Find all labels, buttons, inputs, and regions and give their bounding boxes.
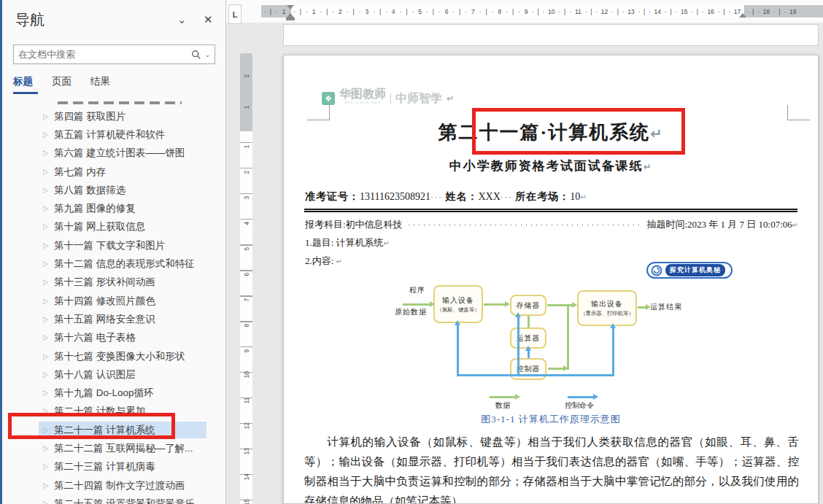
ruler-cm-number: 12 (243, 420, 250, 430)
sidebar-item-12[interactable]: ▷第十五篇 网络安全意识 (2, 310, 225, 328)
ruler-cm-number: 1 (243, 100, 250, 109)
sidebar-item-19[interactable]: ▷第二十二篇 互联网揭秘—了解... (2, 439, 225, 457)
ruler-cm-cell: ·|·16 (689, 5, 716, 18)
chevron-right-icon[interactable]: ▷ (43, 149, 48, 158)
chevron-right-icon[interactable]: ▷ (43, 315, 48, 324)
page-subtitle: 中小学教师资格考试面试备课纸↵ (284, 158, 818, 174)
sidebar-item-label: 第六篇 建立统计图表——饼图 (54, 147, 185, 160)
ruler-cm-number: 2 (243, 165, 250, 174)
chevron-right-icon[interactable]: ▷ (43, 500, 48, 504)
double-rule-divider (304, 209, 797, 212)
data-arrow (403, 303, 430, 306)
chevron-right-icon[interactable]: ▷ (43, 260, 48, 268)
sidebar-item-1[interactable]: ▷第四篇 获取图片 (2, 107, 225, 125)
document-page[interactable]: ❖ 华图教师 HTEACHER.NET 中师智学 ↵ 第二十一篇·计算机系统↵ … (283, 55, 819, 504)
close-icon[interactable]: ✕ (204, 13, 213, 26)
sidebar-item-label: 第十二篇 信息的表现形式和特征 (54, 257, 195, 271)
chevron-right-icon[interactable]: ▷ (43, 168, 48, 177)
figure-caption: 图3-1-1 计算机工作原理示意图 (284, 413, 818, 426)
chevron-right-icon[interactable]: ▷ (43, 186, 48, 195)
ruler-cm-cell: ·|·19 (771, 5, 797, 18)
right-indent-marker[interactable] (739, 13, 746, 18)
tab-headings[interactable]: 标题 (13, 75, 33, 94)
paragraph-mark: ↵ (336, 257, 342, 265)
sidebar-item-6[interactable]: ▷第九篇 图像的修复 (2, 199, 225, 217)
chevron-right-icon[interactable]: ▷ (43, 279, 48, 287)
headings-list: ▷第四篇 获取图片▷第五篇 计算机硬件和软件▷第六篇 建立统计图表——饼图▷第七… (2, 107, 225, 504)
sidebar-item-14[interactable]: ▷第十七篇 变换图像大小和形状 (2, 347, 225, 365)
sidebar-item-8[interactable]: ▷第十一篇 下载文字和图片 (2, 236, 225, 255)
sidebar-item-22[interactable]: ▷第二十五篇 设置背景和背景音乐 (2, 495, 225, 504)
chevron-right-icon[interactable]: ▷ (43, 371, 48, 379)
tab-pages[interactable]: 页面 (52, 75, 72, 94)
sidebar-item-17[interactable]: ▷第二十篇 计数与累加 (2, 403, 225, 421)
paragraph-mark: ↵ (447, 93, 454, 104)
first-line-indent-marker[interactable] (287, 5, 294, 9)
sidebar-item-label: 第八篇 数据筛选 (54, 184, 125, 197)
sidebar-item-15[interactable]: ▷第十八篇 认识图层 (2, 365, 225, 384)
tab-selector-glyph: L (233, 10, 238, 19)
sidebar-item-10[interactable]: ▷第十三篇 形状补间动画 (2, 274, 225, 292)
vertical-ruler[interactable]: 21123456789101112131415 (240, 44, 252, 504)
sidebar-item-4[interactable]: ▷第七篇 内存 (2, 163, 225, 181)
chevron-right-icon[interactable]: ▷ (43, 352, 48, 361)
sidebar-item-18[interactable]: ▷第二十一篇 计算机系统 (2, 421, 225, 439)
sidebar-item-partially-scrolled[interactable] (58, 101, 182, 104)
search-dropdown-chevron-icon[interactable]: ⌄ (204, 51, 210, 58)
sidebar-item-2[interactable]: ▷第五篇 计算机硬件和软件 (2, 125, 225, 144)
sidebar-item-21[interactable]: ▷第二十四篇 制作文字过渡动画 (2, 476, 225, 495)
control-line (457, 325, 459, 374)
chevron-right-icon[interactable]: ▷ (43, 408, 48, 416)
ruler-cm-cell: ·|·5 (398, 5, 424, 18)
sidebar-item-label: 第十三篇 形状补间动画 (54, 276, 155, 289)
chevron-down-icon[interactable]: ⌄ (177, 13, 187, 26)
ruler-cm-number: 11 (243, 395, 250, 404)
subject-line: 报考科目:初中信息科技 抽题时间:2023 年 1 月 7 日 10:07:06… (305, 218, 798, 231)
sidebar-item-3[interactable]: ▷第六篇 建立统计图表——饼图 (2, 144, 225, 163)
chevron-right-icon[interactable]: ▷ (43, 444, 48, 453)
sidebar-item-9[interactable]: ▷第十二篇 信息的表现形式和特征 (2, 255, 225, 273)
brand-product: 中师智学 (395, 91, 442, 106)
textbook-badge: 探究计算机奥秘 (646, 262, 733, 279)
chevron-right-icon[interactable]: ▷ (43, 333, 48, 342)
search-box[interactable]: ⌄ (13, 44, 215, 64)
chevron-right-icon[interactable]: ▷ (43, 112, 48, 121)
ruler-cm-cell: ·|·2 (317, 5, 344, 18)
sidebar-item-label: 第二十二篇 互联网揭秘—了解... (54, 442, 193, 455)
chevron-right-icon[interactable]: ▷ (43, 297, 48, 306)
chevron-right-icon[interactable]: ▷ (43, 223, 48, 232)
ruler-cm-number: 1 (243, 139, 250, 149)
paragraph-mark: ↵ (580, 193, 587, 201)
chevron-right-icon[interactable]: ▷ (43, 481, 48, 490)
sidebar-item-20[interactable]: ▷第二十三篇 计算机病毒 (2, 458, 225, 476)
tab-results[interactable]: 结果 (90, 75, 110, 94)
brand-site: HTEACHER.NET (339, 98, 386, 107)
sidebar-item-16[interactable]: ▷第十九篇 Do-Loop循环 (2, 384, 225, 402)
search-icon[interactable] (191, 50, 201, 60)
sidebar-item-7[interactable]: ▷第十篇 网上获取信息 (2, 218, 225, 236)
chevron-right-icon[interactable]: ▷ (43, 463, 48, 472)
candidate-info-line: 准考证号：13111623508921··· 姓名：XXX··· 所在考场：10… (305, 190, 587, 203)
ruler-cm-cell: ·|·11 (557, 5, 583, 18)
left-indent-marker[interactable] (286, 18, 295, 20)
tab-selector[interactable]: L (228, 4, 242, 24)
data-arrow (638, 306, 646, 309)
diagram-node-input-device: 输入设备 （鼠标、键盘等） (433, 285, 483, 323)
paragraph-mark: ↵ (644, 161, 653, 172)
chevron-right-icon[interactable]: ▷ (43, 241, 48, 250)
sidebar-item-11[interactable]: ▷第十四篇 修改照片颜色 (2, 292, 225, 310)
chevron-right-icon[interactable]: ▷ (43, 204, 48, 213)
chevron-right-icon[interactable]: ▷ (43, 389, 48, 398)
admission-label: 准考证号： (305, 191, 360, 202)
diagram-node-controller: 控制器 (510, 358, 546, 380)
sidebar-item-label: 第十一篇 下载文字和图片 (54, 239, 165, 252)
badge-label: 探究计算机奥秘 (665, 264, 725, 276)
chevron-right-icon[interactable]: ▷ (43, 426, 48, 435)
room-value: 10 (570, 191, 580, 202)
annotation-red-box-title (472, 108, 685, 155)
previous-page-edge (283, 24, 819, 46)
sidebar-item-5[interactable]: ▷第八篇 数据筛选 (2, 181, 225, 199)
sidebar-item-13[interactable]: ▷第十六篇 电子表格 (2, 329, 225, 347)
chevron-right-icon[interactable]: ▷ (43, 131, 48, 139)
search-input[interactable] (14, 49, 191, 60)
